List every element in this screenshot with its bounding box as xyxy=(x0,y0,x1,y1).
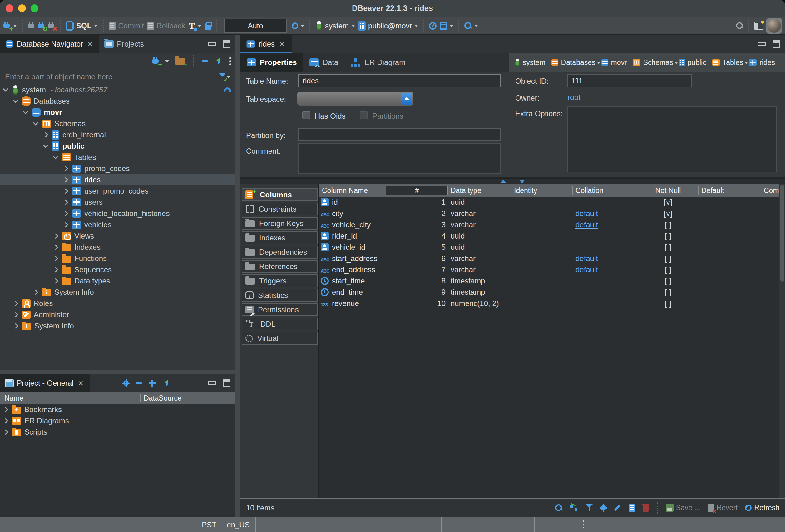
header-data-type[interactable]: Data type xyxy=(448,186,511,195)
tree-item[interactable]: crdb_internal xyxy=(0,129,235,141)
maximize-icon[interactable] xyxy=(773,40,780,48)
quick-search-button[interactable] xyxy=(736,22,743,30)
user-profile-button[interactable] xyxy=(766,18,782,34)
side-tab[interactable]: Indexes xyxy=(242,231,318,244)
close-icon[interactable] xyxy=(78,380,85,386)
collation-default-link[interactable]: default xyxy=(576,221,598,229)
partitions-checkbox[interactable] xyxy=(360,111,368,119)
column-row[interactable]: end_time 9 timestamp [ ] xyxy=(319,287,779,298)
tree-item[interactable]: Tables xyxy=(0,152,235,163)
side-tab[interactable]: Triggers xyxy=(242,274,318,287)
collation-default-link[interactable]: default xyxy=(576,209,598,218)
header-column-name[interactable]: Column Name xyxy=(319,186,386,195)
tree-item[interactable]: public xyxy=(0,141,235,152)
breadcrumb-item[interactable]: Tables xyxy=(711,58,748,67)
editor-subtab[interactable]: Properties xyxy=(240,53,303,72)
column-row[interactable]: revenue 10 numeric(10, 2) [ ] xyxy=(319,298,779,309)
header-comment[interactable]: Comm xyxy=(761,186,779,195)
sql-editor-button[interactable]: SQL xyxy=(66,21,98,31)
new-connection-button[interactable]: + xyxy=(3,22,10,30)
side-tab[interactable]: Dependencies xyxy=(242,246,318,258)
sql-editor-caret-icon[interactable] xyxy=(94,25,98,29)
tree-item[interactable]: Roles xyxy=(0,298,235,309)
collation-default-link[interactable]: default xyxy=(576,265,598,274)
connect-button[interactable] xyxy=(28,22,35,30)
collapse-all-button[interactable] xyxy=(202,60,208,62)
link-with-editor-button[interactable] xyxy=(162,379,171,387)
expander-icon[interactable] xyxy=(53,154,58,159)
column-row[interactable]: rider_id 4 uuid [ ] xyxy=(319,230,779,242)
project-settings-button[interactable] xyxy=(123,381,129,386)
delete-column-button[interactable] xyxy=(643,504,649,512)
expander-icon[interactable] xyxy=(3,407,8,412)
expander-icon[interactable] xyxy=(63,177,68,183)
header-ordinal[interactable]: # xyxy=(386,186,448,195)
active-connection-selector[interactable]: system xyxy=(315,21,355,31)
side-tab[interactable]: Columns xyxy=(242,188,318,201)
tree-item[interactable]: Administer xyxy=(0,309,235,320)
column-row[interactable]: end_address 7 varchar default [ ] xyxy=(319,264,779,275)
extra-options-textarea[interactable] xyxy=(567,106,777,172)
header-not-null[interactable]: Not Null xyxy=(635,186,699,195)
dashboard-button[interactable] xyxy=(429,22,436,30)
drag-grip-icon[interactable] xyxy=(583,521,584,529)
tree-item[interactable]: system - localhost:26257 xyxy=(0,84,235,96)
tree-item[interactable]: Sequences xyxy=(0,264,235,275)
tab-project-general[interactable]: Project - General xyxy=(0,374,90,392)
tree-item[interactable]: System Info xyxy=(0,320,235,332)
expander-icon[interactable] xyxy=(3,86,8,92)
expander-icon[interactable] xyxy=(3,419,8,424)
side-tab[interactable]: References xyxy=(242,260,318,273)
side-tab[interactable]: Foreign Keys xyxy=(242,217,318,230)
save-button[interactable]: Save ... xyxy=(666,504,700,512)
editor-subtab[interactable]: Data xyxy=(303,53,345,72)
header-default[interactable]: Default xyxy=(699,186,761,195)
expander-icon[interactable] xyxy=(3,430,8,435)
has-oids-checkbox[interactable] xyxy=(302,111,310,119)
tree-item[interactable]: Schemas xyxy=(0,118,235,129)
expander-icon[interactable] xyxy=(13,324,19,329)
filter-icon[interactable] xyxy=(219,73,227,81)
tab-rides-editor[interactable]: rides xyxy=(240,35,292,53)
side-tab[interactable]: Virtual xyxy=(242,332,318,345)
active-schema-selector[interactable]: public@movr xyxy=(358,21,418,31)
project-item[interactable]: Bookmarks xyxy=(0,404,235,415)
tree-item[interactable]: vehicles xyxy=(0,219,235,230)
tree-item[interactable]: Functions xyxy=(0,253,235,264)
expander-icon[interactable] xyxy=(33,290,39,295)
minimize-icon[interactable] xyxy=(208,381,216,385)
breadcrumb-item[interactable]: movr xyxy=(601,58,632,67)
grid-search-button[interactable] xyxy=(555,504,563,512)
transaction-log-button[interactable] xyxy=(292,23,304,29)
refresh-button[interactable]: Refresh xyxy=(745,504,779,512)
header-identity[interactable]: Identity xyxy=(511,186,573,195)
lock-button[interactable] xyxy=(204,22,211,30)
column-header-datasource[interactable]: DataSource xyxy=(140,394,235,402)
side-tab[interactable]: DDL xyxy=(242,318,318,330)
tablespace-select[interactable] xyxy=(297,92,413,105)
expander-icon[interactable] xyxy=(63,222,68,228)
new-connection-caret-icon[interactable] xyxy=(13,25,17,29)
tree-item[interactable]: movr xyxy=(0,107,235,118)
maximize-icon[interactable] xyxy=(223,40,230,48)
side-tab[interactable]: Permissions xyxy=(242,303,318,316)
tree-item[interactable]: Data types xyxy=(0,275,235,287)
column-row[interactable]: city 2 varchar default [v] xyxy=(319,208,779,219)
tasks-button[interactable] xyxy=(440,22,453,30)
tree-item[interactable]: user_promo_codes xyxy=(0,185,235,197)
close-icon[interactable] xyxy=(87,41,94,47)
reconnect-button[interactable]: ↻ xyxy=(38,22,45,30)
expander-icon[interactable] xyxy=(53,245,58,250)
timezone-indicator[interactable]: PST xyxy=(197,517,221,532)
close-icon[interactable] xyxy=(279,41,286,47)
expander-icon[interactable] xyxy=(43,132,48,138)
breadcrumb-item[interactable]: system xyxy=(514,58,551,68)
comment-textarea[interactable] xyxy=(298,143,501,174)
tab-database-navigator[interactable]: Database Navigator xyxy=(0,35,99,53)
project-item[interactable]: ER Diagrams xyxy=(0,415,235,427)
expander-icon[interactable] xyxy=(53,267,58,273)
locale-indicator[interactable]: en_US xyxy=(221,517,256,532)
owner-link[interactable]: root xyxy=(568,93,581,102)
expander-icon[interactable] xyxy=(13,301,19,306)
column-row[interactable]: id 1 uuid [v] xyxy=(319,197,779,208)
